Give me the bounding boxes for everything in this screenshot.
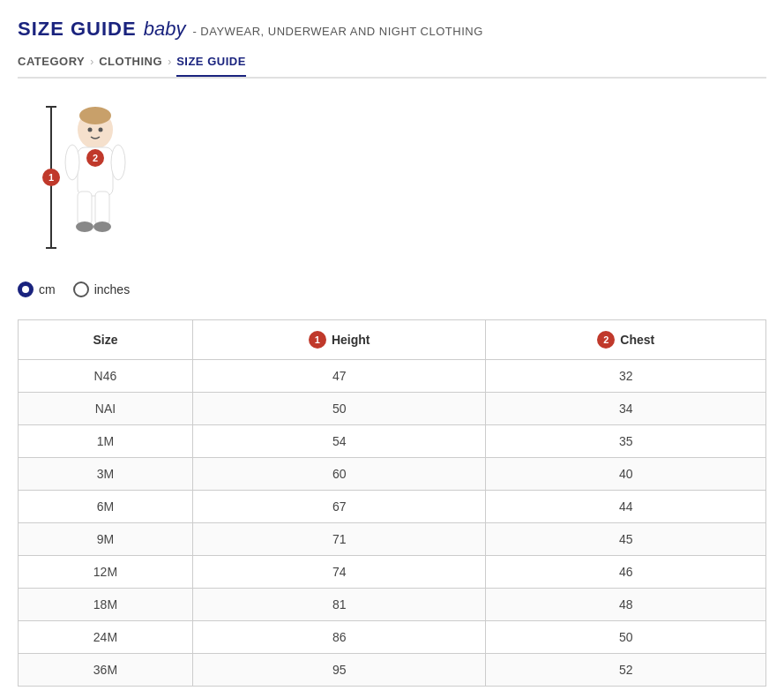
breadcrumb-category[interactable]: CATEGORY [18, 55, 85, 68]
table-row: 18M 81 48 [19, 589, 766, 621]
cm-label: cm [39, 282, 56, 296]
table-row: 36M 95 52 [19, 654, 766, 687]
cell-height: 50 [192, 393, 486, 425]
col-height: 1 Height [192, 320, 486, 360]
table-row: 24M 86 50 [19, 621, 766, 654]
cell-height: 60 [192, 458, 486, 491]
cell-height: 71 [192, 523, 486, 556]
table-row: 3M 60 40 [19, 458, 766, 491]
table-row: 12M 74 46 [19, 556, 766, 589]
svg-point-6 [79, 107, 111, 124]
svg-point-8 [65, 145, 79, 180]
cell-chest: 35 [486, 425, 766, 458]
svg-rect-11 [95, 191, 109, 225]
table-row: 6M 67 44 [19, 491, 766, 523]
image-section: 1 [18, 96, 766, 255]
inches-label: inches [94, 282, 130, 296]
cell-size: NAI [19, 393, 193, 425]
title-baby: baby [144, 18, 186, 41]
cell-chest: 48 [486, 589, 766, 621]
breadcrumb-sizeguide[interactable]: SIZE GUIDE [176, 55, 246, 77]
cell-height: 47 [192, 360, 486, 393]
cell-size: 3M [19, 458, 193, 491]
unit-toggle: cm inches [18, 281, 766, 297]
table-row: 1M 54 35 [19, 425, 766, 458]
breadcrumb-sep-2: › [168, 56, 171, 68]
title-sizeguide: SIZE GUIDE [18, 18, 137, 41]
svg-point-12 [76, 221, 93, 232]
svg-text:2: 2 [93, 153, 98, 163]
cell-size: 24M [19, 621, 193, 654]
cell-chest: 32 [486, 360, 766, 393]
table-row: 9M 71 45 [19, 523, 766, 556]
cell-height: 54 [192, 425, 486, 458]
cm-radio[interactable] [18, 281, 34, 297]
svg-text:1: 1 [49, 172, 54, 183]
cell-chest: 40 [486, 458, 766, 491]
table-body: N46 47 32 NAI 50 34 1M 54 35 3M 60 40 6M… [19, 360, 766, 687]
cell-height: 95 [192, 654, 486, 687]
inches-radio[interactable] [73, 281, 89, 297]
cell-chest: 52 [486, 654, 766, 687]
baby-figure: 1 [18, 96, 141, 255]
col-size: Size [19, 320, 193, 360]
svg-point-13 [93, 221, 111, 232]
breadcrumb: CATEGORY › CLOTHING › SIZE GUIDE [18, 55, 766, 79]
cell-chest: 44 [486, 491, 766, 523]
cell-chest: 50 [486, 621, 766, 654]
col-chest: 2 Chest [486, 320, 766, 360]
svg-point-14 [88, 128, 93, 132]
table-header-row: Size 1 Height 2 Chest [19, 320, 766, 360]
cell-chest: 46 [486, 556, 766, 589]
cell-size: 1M [19, 425, 193, 458]
cell-chest: 45 [486, 523, 766, 556]
cell-height: 81 [192, 589, 486, 621]
height-badge: 1 [309, 331, 326, 349]
table-row: NAI 50 34 [19, 393, 766, 425]
cell-height: 74 [192, 556, 486, 589]
cell-chest: 34 [486, 393, 766, 425]
page-wrapper: SIZE GUIDE baby - DAYWEAR, UNDERWEAR AND… [0, 0, 784, 698]
svg-rect-10 [78, 191, 92, 225]
cell-size: 12M [19, 556, 193, 589]
cell-size: 6M [19, 491, 193, 523]
inches-option[interactable]: inches [73, 281, 130, 297]
size-table: Size 1 Height 2 Chest N46 47 [18, 319, 766, 687]
cell-size: 36M [19, 654, 193, 687]
cell-height: 67 [192, 491, 486, 523]
table-row: N46 47 32 [19, 360, 766, 393]
cell-size: 18M [19, 589, 193, 621]
cm-radio-dot [22, 286, 29, 293]
breadcrumb-clothing[interactable]: CLOTHING [99, 55, 162, 68]
title-subtitle: - DAYWEAR, UNDERWEAR AND NIGHT CLOTHING [192, 25, 482, 38]
cm-option[interactable]: cm [18, 281, 56, 297]
chest-badge: 2 [597, 331, 615, 349]
page-title: SIZE GUIDE baby - DAYWEAR, UNDERWEAR AND… [18, 18, 766, 41]
svg-point-9 [111, 145, 125, 180]
cell-size: 9M [19, 523, 193, 556]
cell-size: N46 [19, 360, 193, 393]
cell-height: 86 [192, 621, 486, 654]
breadcrumb-sep-1: › [90, 56, 93, 68]
svg-point-15 [99, 128, 103, 132]
